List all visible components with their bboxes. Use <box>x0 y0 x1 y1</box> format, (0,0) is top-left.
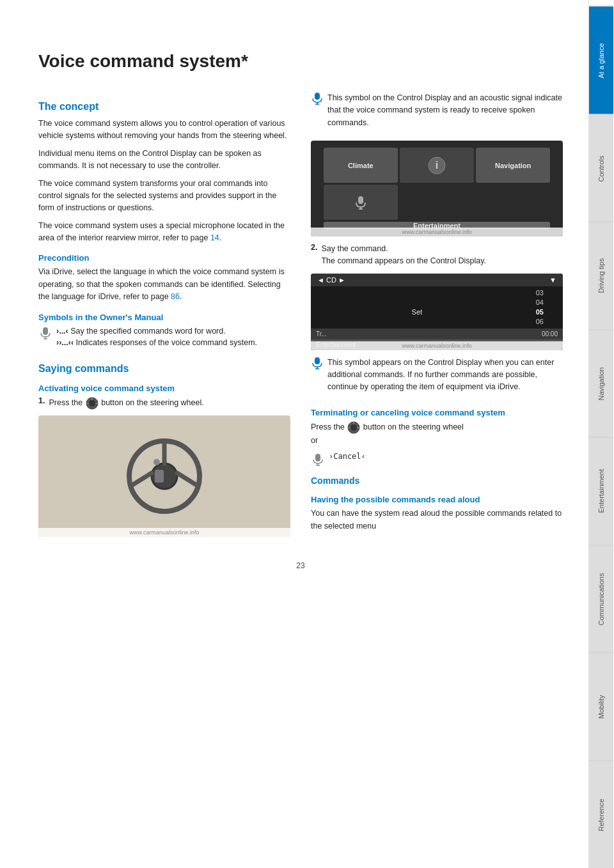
step-text-1: Press the button on the steering wheel. <box>49 396 203 410</box>
ready-symbol-note: This symbol on the Control Display and a… <box>311 92 563 134</box>
svg-rect-10 <box>155 470 164 483</box>
additional-commands-note: This symbol appears on the Control Displ… <box>311 357 563 399</box>
page-number: 23 <box>38 561 563 570</box>
terminating-text: Press the button on the steering wheelor <box>311 421 563 447</box>
read-aloud-text: You can have the system read aloud the p… <box>311 508 563 532</box>
precondition-title: Precondition <box>38 253 290 263</box>
track-04: 04 <box>536 298 544 306</box>
mic-symbol-icon-1 <box>38 326 52 340</box>
mic-grid-btn <box>324 185 398 220</box>
track-03: 03 <box>536 289 544 297</box>
additional-commands-text: This symbol appears on the Control Displ… <box>327 357 563 394</box>
cancel-code: ›Cancel‹ <box>329 452 366 461</box>
terminating-title: Terminating or canceling voice command s… <box>311 408 563 417</box>
concept-para-1: The voice command system allows you to c… <box>38 118 290 143</box>
step-text-2: Say the command.The command appears on t… <box>321 243 486 267</box>
precondition-text: Via iDrive, select the language in which… <box>38 266 290 303</box>
saying-commands-title: Saying commands <box>38 363 290 375</box>
sidebar-tab-driving-tips[interactable]: Driving tips <box>589 222 613 330</box>
sidebar-tab-mobility[interactable]: Mobility <box>589 653 613 761</box>
cd-watermark: www.carmanualsonline.info <box>311 341 563 350</box>
step-1: 1. Press the button on the steering whee… <box>38 396 290 410</box>
svg-point-24 <box>350 424 357 431</box>
concept-title: The concept <box>38 101 290 112</box>
sidebar-tab-navigation[interactable]: Navigation <box>589 330 613 438</box>
track-06: 06 <box>536 318 544 325</box>
svg-point-4 <box>89 400 95 407</box>
concept-para-3: The voice command system transforms your… <box>38 178 290 215</box>
left-column: The concept The voice command system all… <box>38 89 290 542</box>
navigation-btn: Navigation <box>476 148 550 183</box>
sidebar: At a glance Controls Driving tips Naviga… <box>588 0 613 868</box>
concept-para-2: Individual menu items on the Control Dis… <box>38 148 290 173</box>
steering-button-icon <box>85 396 99 410</box>
step-num-2: 2. <box>311 243 317 267</box>
cd-set-label: Set <box>412 308 423 316</box>
control-display-image: Climate i Navigation Entertainment www.c… <box>311 141 563 236</box>
cd-time: 00:00 <box>542 330 558 337</box>
ready-symbol-text: This symbol on the Control Display and a… <box>327 92 563 129</box>
sidebar-tab-communications[interactable]: Communications <box>589 545 613 653</box>
svg-rect-20 <box>315 357 320 364</box>
mic-ready-icon <box>311 92 324 105</box>
mic-additional-icon <box>311 357 324 369</box>
symbols-title: Symbols in the Owner's Manual <box>38 313 290 322</box>
svg-rect-12 <box>315 93 320 100</box>
image-watermark: www.carmanualsonline.info <box>38 528 290 537</box>
cd-tr: Tr... <box>316 330 327 337</box>
display-watermark: www.carmanualsonline.info <box>311 228 563 236</box>
concept-para-4: The voice command system uses a special … <box>38 220 290 245</box>
track-05: 05 <box>536 308 544 316</box>
step-num-1: 1. <box>38 396 45 410</box>
cd-footer: Tr... 00:00 <box>311 329 563 339</box>
page-title: Voice command system* <box>38 51 563 72</box>
two-column-layout: The concept The voice command system all… <box>38 89 563 542</box>
svg-point-11 <box>154 459 160 465</box>
svg-rect-0 <box>43 327 48 335</box>
step-2: 2. Say the command.The command appears o… <box>311 243 563 267</box>
cd-prev: ◄ CD ► <box>317 276 345 284</box>
sidebar-tab-controls[interactable]: Controls <box>589 114 613 222</box>
cd-arrow: ▼ <box>549 276 556 284</box>
menu-grid: Climate i Navigation Entertainment <box>324 148 551 229</box>
cd-display-image: ◄ CD ► ▼ 03 04 05 06 Set Tr... 00:00 Ent… <box>311 274 563 350</box>
symbol-row-1: ›...‹ Say the specified commands word fo… <box>38 325 290 350</box>
svg-line-8 <box>131 473 152 486</box>
page-ref-86[interactable]: 86 <box>171 292 180 301</box>
cd-header: ◄ CD ► ▼ <box>311 274 563 286</box>
steering-wheel-svg <box>126 438 203 515</box>
activating-title: Activating voice command system <box>38 384 290 393</box>
main-content: Voice command system* The concept The vo… <box>0 0 588 868</box>
steering-button-icon-2 <box>347 421 361 435</box>
sidebar-tab-entertainment[interactable]: Entertainment <box>589 437 613 545</box>
climate-btn: Climate <box>324 148 398 183</box>
sidebar-tab-at-a-glance[interactable]: At a glance <box>589 6 613 114</box>
page-ref-14[interactable]: 14 <box>210 233 219 242</box>
mic-cancel-icon <box>311 453 325 467</box>
svg-text:i: i <box>436 160 438 171</box>
read-aloud-title: Having the possible commands read aloud <box>311 495 563 504</box>
svg-rect-17 <box>358 196 363 204</box>
svg-rect-25 <box>315 454 320 461</box>
svg-line-9 <box>177 473 198 486</box>
symbol-text-1: ›...‹ Say the specified commands word fo… <box>56 325 257 350</box>
info-btn: i <box>400 148 474 183</box>
right-column: This symbol on the Control Display and a… <box>311 89 563 542</box>
steering-wheel-image: www.carmanualsonline.info <box>38 415 290 537</box>
cancel-row: ›Cancel‹ <box>311 452 563 467</box>
sidebar-tab-reference[interactable]: Reference <box>589 761 613 869</box>
commands-title: Commands <box>311 476 563 486</box>
cd-body: 03 04 05 06 Set <box>311 286 563 329</box>
